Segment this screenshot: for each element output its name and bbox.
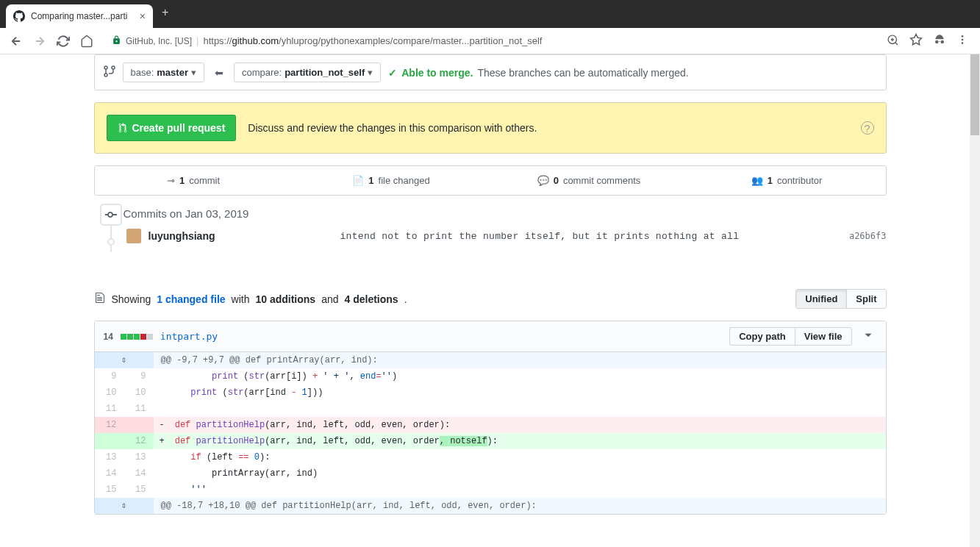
stat-files[interactable]: 📄1file changed — [293, 166, 490, 195]
diff-line: 1111 — [95, 401, 886, 417]
incognito-icon[interactable] — [933, 33, 946, 49]
home-button[interactable] — [76, 31, 97, 51]
diff-line: 12+ def partitionHelp(arr, ind, left, od… — [95, 433, 886, 449]
chevron-down-icon: ▾ — [368, 67, 373, 78]
github-icon — [13, 10, 25, 22]
stat-commits[interactable]: ⊸1commit — [95, 166, 293, 195]
file-icon — [94, 292, 106, 306]
diff-line: 1515 ''' — [95, 482, 886, 498]
view-file-button[interactable]: View file — [795, 327, 852, 346]
diff-summary: Showing 1 changed file with 10 additions… — [94, 289, 887, 309]
new-tab-button[interactable]: + — [153, 6, 177, 19]
stat-comments[interactable]: 💬0commit comments — [490, 166, 688, 195]
diff-line: 1313 if (left == 0): — [95, 449, 886, 465]
expand-icon[interactable]: ⇕ — [121, 501, 126, 511]
merge-detail: These branches can be automatically merg… — [477, 67, 688, 79]
pr-description: Discuss and review the changes in this c… — [248, 122, 848, 134]
commits-timeline: Commits on Jan 03, 2019 luyunghsiang int… — [94, 207, 887, 252]
diff-line: 12- def partitionHelp(arr, ind, left, od… — [95, 417, 886, 433]
reload-button[interactable] — [53, 31, 74, 51]
avatar[interactable] — [126, 229, 141, 243]
copy-path-button[interactable]: Copy path — [729, 327, 795, 346]
svg-point-1 — [962, 35, 964, 37]
diff-count: 14 — [104, 332, 113, 342]
diff-view-toggle: Unified Split — [795, 289, 886, 309]
comment-icon: 💬 — [537, 175, 549, 186]
create-pr-bar: Create pull request Discuss and review t… — [94, 102, 887, 154]
hunk-header: ⇕ @@ -18,7 +18,10 @@ def partitionHelp(a… — [95, 498, 886, 514]
url-text: https://github.com/yhluprog/pythonexampl… — [203, 35, 542, 46]
browser-toolbar: GitHub, Inc. [US] | https://github.com/y… — [0, 28, 980, 54]
commit-row: luyunghsiang intend not to print the num… — [124, 220, 887, 252]
swap-icon[interactable]: ⬅ — [212, 67, 226, 79]
diff-stat-blocks — [121, 334, 153, 340]
browser-tab-strip: Comparing master...parti × + — [0, 0, 980, 28]
star-icon[interactable] — [909, 33, 923, 49]
create-pr-button[interactable]: Create pull request — [107, 115, 237, 141]
svg-point-3 — [962, 42, 964, 44]
merge-status: Able to merge. — [401, 67, 473, 79]
commits-date: Commits on Jan 03, 2019 — [124, 207, 887, 220]
diff-line: 1010 print (str(arr[ind - 1])) — [95, 385, 886, 401]
expand-icon[interactable]: ⇕ — [121, 355, 126, 365]
split-button[interactable]: Split — [847, 290, 885, 308]
diff-table: ⇕ @@ -9,7 +9,7 @@ def printArray(arr, in… — [95, 352, 886, 514]
changed-files-link[interactable]: 1 changed file — [157, 293, 225, 305]
commit-author[interactable]: luyunghsiang — [149, 230, 215, 242]
help-icon[interactable]: ? — [861, 121, 874, 135]
chevron-down-icon[interactable] — [859, 327, 877, 346]
scrollbar-thumb[interactable] — [970, 54, 979, 135]
close-icon[interactable]: × — [140, 10, 146, 22]
menu-icon[interactable] — [956, 34, 968, 48]
page-content: base: master ▾ ⬅ compare: partition_not_… — [0, 54, 980, 547]
address-bar[interactable]: GitHub, Inc. [US] | https://github.com/y… — [106, 31, 878, 51]
chevron-down-icon: ▾ — [191, 67, 196, 78]
people-icon: 👥 — [751, 175, 763, 186]
file-header: 14 intpart.py Copy path View file — [95, 321, 886, 352]
forward-button[interactable] — [29, 31, 50, 51]
diff-line: 99 print (str(arr[i]) + ' + ', end='') — [95, 368, 886, 385]
timeline-commit-icon — [100, 204, 122, 226]
svg-point-2 — [962, 39, 964, 41]
diff-line: 1414 printArray(arr, ind) — [95, 465, 886, 482]
tab-title: Comparing master...parti — [31, 11, 134, 21]
lock-icon — [112, 35, 121, 47]
stat-contributors[interactable]: 👥1contributor — [688, 166, 886, 195]
commit-icon: ⊸ — [167, 175, 175, 186]
check-icon: ✓ — [388, 67, 397, 79]
browser-tab[interactable]: Comparing master...parti × — [6, 4, 153, 28]
base-branch-select[interactable]: base: master ▾ — [123, 62, 204, 82]
stats-bar: ⊸1commit 📄1file changed 💬0commit comment… — [94, 165, 887, 196]
compare-branch-select[interactable]: compare: partition_not_self ▾ — [234, 62, 381, 82]
filename[interactable]: intpart.py — [160, 331, 218, 342]
git-compare-icon — [104, 65, 115, 79]
hunk-header: ⇕ @@ -9,7 +9,7 @@ def printArray(arr, in… — [95, 352, 886, 368]
back-button[interactable] — [6, 31, 26, 51]
commit-sha[interactable]: a26b6f3 — [849, 231, 887, 241]
scrollbar[interactable] — [970, 54, 980, 547]
commit-message[interactable]: intend not to print the number itself, b… — [223, 231, 842, 242]
url-org: GitHub, Inc. [US] — [126, 36, 192, 46]
file-icon: 📄 — [352, 175, 364, 186]
file-diff: 14 intpart.py Copy path View file ⇕ @@ -… — [94, 321, 887, 515]
compare-header: base: master ▾ ⬅ compare: partition_not_… — [94, 54, 887, 90]
zoom-icon[interactable] — [887, 34, 899, 49]
unified-button[interactable]: Unified — [796, 290, 847, 308]
